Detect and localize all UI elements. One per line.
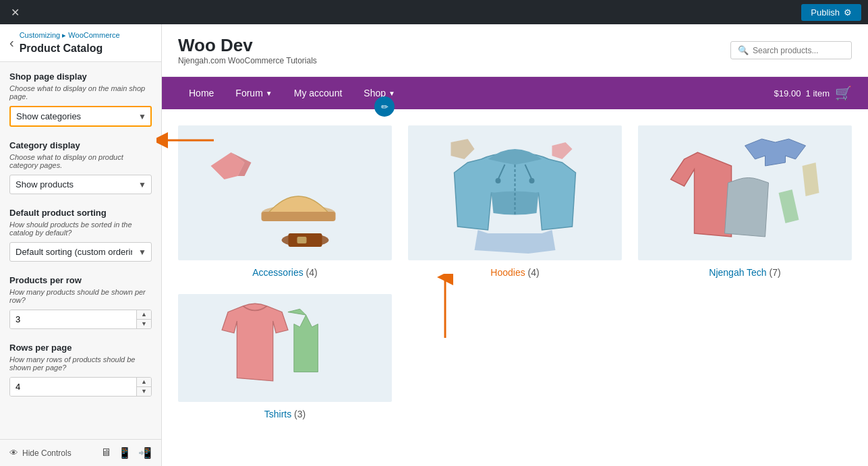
category-card-tshirts: Tshirts (3): [178, 294, 392, 419]
shop-display-select-wrapper: Show categories Show products Show both …: [9, 106, 152, 127]
site-title-block: Woo Dev Njengah.com WooCommerce Tutorial…: [178, 35, 317, 65]
cart-icon: 🛒: [835, 85, 852, 101]
category-display-section: Category display Choose what to display …: [9, 140, 152, 194]
mobile-icon[interactable]: 📲: [138, 446, 152, 459]
admin-bar: ✕ Publish ⚙: [0, 0, 868, 24]
site-tagline: Njengah.com WooCommerce Tutorials: [178, 56, 317, 65]
hide-controls-label: Hide Controls: [22, 448, 71, 458]
search-box: 🔍: [730, 41, 852, 59]
product-grid-section: Accessories (4): [162, 109, 868, 436]
category-image-tech: [638, 125, 852, 260]
category-display-select-wrapper: Show products Show subcategories Show bo…: [9, 175, 152, 194]
rows-per-page-increment[interactable]: ▲: [137, 378, 151, 387]
default-sorting-desc: How should products be sorted in the cat…: [9, 221, 152, 237]
close-button[interactable]: ✕: [7, 4, 23, 20]
rows-per-page-spinners: ▲ ▼: [136, 378, 151, 396]
gear-icon: ⚙: [844, 7, 852, 18]
rows-per-page-input-wrapper: ▲ ▼: [9, 377, 152, 397]
default-sorting-label: Default product sorting: [9, 208, 152, 218]
tablet-icon[interactable]: 📱: [118, 446, 132, 459]
svg-rect-5: [262, 212, 336, 221]
default-sorting-select[interactable]: Default sorting (custom ordering + n Pop…: [9, 242, 152, 262]
publish-button[interactable]: Publish ⚙: [801, 4, 861, 21]
products-per-row-decrement[interactable]: ▼: [137, 320, 151, 328]
category-card-accessories: Accessories (4): [178, 125, 392, 278]
products-per-row-label: Products per row: [9, 275, 152, 285]
preview-pane: ✏ Woo Dev Njengah.com WooCommerce Tutori…: [162, 24, 868, 466]
sidebar: ‹ Customizing ▸ WooCommerce Product Cata…: [0, 24, 162, 466]
site-header: Woo Dev Njengah.com WooCommerce Tutorial…: [162, 24, 868, 77]
svg-point-12: [496, 178, 501, 183]
category-name-tshirts[interactable]: Tshirts (3): [178, 409, 392, 419]
nav-cart[interactable]: $19.00 1 item 🛒: [774, 85, 852, 101]
shop-display-desc: Choose what to display on the main shop …: [9, 84, 152, 100]
shop-display-select[interactable]: Show categories Show products Show both: [9, 106, 152, 127]
default-sorting-section: Default product sorting How should produ…: [9, 208, 152, 262]
rows-per-page-desc: How many rows of products should be show…: [9, 355, 152, 372]
sidebar-bottom: 👁 Hide Controls 🖥 📱 📲: [0, 439, 161, 466]
sidebar-content: Shop page display Choose what to display…: [0, 62, 161, 439]
products-per-row-desc: How many products should be shown per ro…: [9, 288, 152, 304]
nav-home[interactable]: Home: [178, 78, 225, 108]
products-per-row-increment[interactable]: ▲: [137, 310, 151, 320]
device-icons: 🖥 📱 📲: [100, 446, 152, 459]
search-input[interactable]: [753, 46, 844, 55]
site-title: Woo Dev: [178, 35, 317, 56]
category-name-accessories[interactable]: Accessories (4): [178, 267, 392, 278]
search-icon: 🔍: [738, 45, 749, 55]
nav-my-account[interactable]: My account: [283, 78, 353, 108]
eye-icon: 👁: [9, 448, 18, 458]
rows-per-page-label: Rows per page: [9, 343, 152, 353]
nav-forum[interactable]: Forum ▼: [225, 78, 283, 108]
breadcrumb: Customizing ▸ WooCommerce: [20, 31, 120, 40]
rows-per-page-decrement[interactable]: ▼: [137, 387, 151, 396]
shop-display-section: Shop page display Choose what to display…: [9, 71, 152, 127]
category-image-hoodies: [408, 125, 622, 260]
product-grid: Accessories (4): [178, 125, 852, 419]
hide-controls[interactable]: 👁 Hide Controls: [9, 448, 71, 458]
products-per-row-input[interactable]: [10, 310, 136, 328]
products-per-row-input-wrapper: ▲ ▼: [9, 310, 152, 329]
edit-pencil-icon[interactable]: ✏: [374, 96, 395, 117]
back-button[interactable]: ‹: [9, 35, 14, 51]
category-card-tech: Njengah Tech (7): [638, 125, 852, 278]
desktop-icon[interactable]: 🖥: [100, 446, 111, 459]
default-sorting-select-wrapper: Default sorting (custom ordering + n Pop…: [9, 242, 152, 262]
admin-bar-left: ✕: [7, 4, 23, 20]
rows-per-page-section: Rows per page How many rows of products …: [9, 343, 152, 397]
nav-links: Home Forum ▼ My account Shop ▼: [178, 78, 406, 108]
category-name-tech[interactable]: Njengah Tech (7): [638, 267, 852, 278]
site-nav: Home Forum ▼ My account Shop ▼ $19.00 1 …: [162, 77, 868, 109]
products-per-row-spinners: ▲ ▼: [136, 310, 151, 328]
rows-per-page-input[interactable]: [10, 378, 136, 396]
publish-label: Publish: [811, 7, 840, 18]
category-image-accessories: [178, 125, 392, 260]
products-per-row-section: Products per row How many products shoul…: [9, 275, 152, 329]
category-name-hoodies[interactable]: Hoodies (4): [408, 267, 622, 278]
category-image-tshirts: [178, 294, 392, 402]
panel-title: Product Catalog: [20, 42, 120, 55]
svg-point-13: [529, 178, 535, 183]
svg-rect-8: [297, 237, 307, 243]
category-display-select[interactable]: Show products Show subcategories Show bo…: [9, 175, 152, 194]
cart-price: $19.00 1 item: [774, 88, 830, 98]
shop-display-label: Shop page display: [9, 71, 152, 82]
category-display-label: Category display: [9, 140, 152, 150]
category-card-hoodies: Hoodies (4): [408, 125, 622, 278]
category-display-desc: Choose what to display on product catego…: [9, 153, 152, 169]
